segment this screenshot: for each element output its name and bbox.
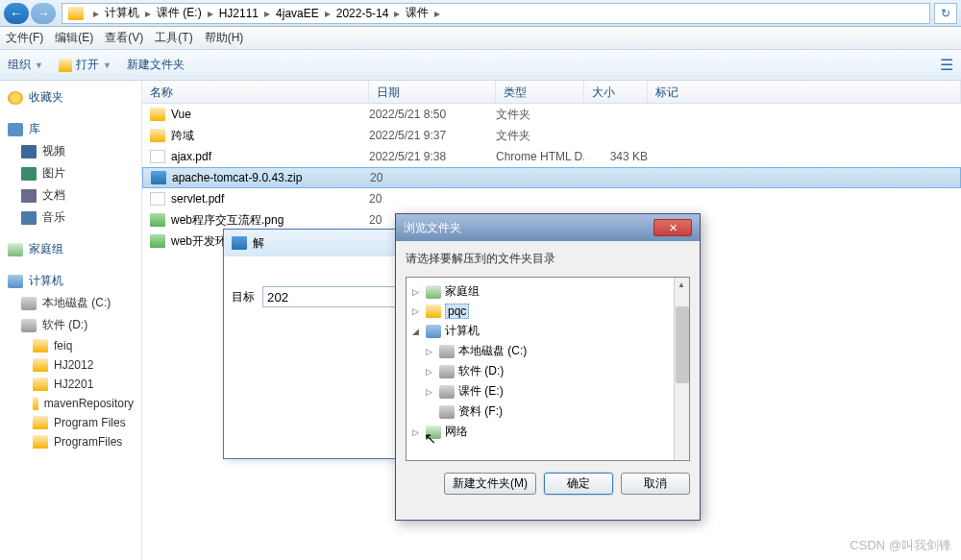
folder-icon bbox=[33, 377, 48, 391]
star-icon bbox=[8, 91, 23, 105]
sidebar-documents[interactable]: 文档 bbox=[2, 184, 139, 207]
sidebar-folder[interactable]: mavenRepository bbox=[2, 394, 139, 413]
sidebar-disk-c[interactable]: 本地磁盘 (C:) bbox=[2, 292, 139, 314]
cancel-button[interactable]: 取消 bbox=[621, 473, 690, 495]
sidebar-homegroup[interactable]: 家庭组 bbox=[2, 238, 139, 260]
library-icon bbox=[8, 123, 23, 136]
folder-icon bbox=[33, 416, 48, 429]
folder-tree[interactable]: ▷家庭组▷pqc◢计算机▷本地磁盘 (C:)▷软件 (D:)▷课件 (E:)资料… bbox=[406, 277, 690, 461]
nav-back-button[interactable]: ← bbox=[4, 3, 29, 24]
sidebar-computer[interactable]: 计算机 bbox=[2, 270, 139, 292]
user-icon bbox=[426, 304, 441, 318]
folder-icon bbox=[33, 435, 48, 449]
home-icon bbox=[426, 285, 441, 299]
disk-icon bbox=[439, 385, 455, 399]
folder-icon bbox=[68, 7, 84, 20]
file-row[interactable]: apache-tomcat-9.0.43.zip 20 bbox=[142, 167, 961, 188]
tree-item[interactable]: ▷软件 (D:) bbox=[408, 361, 687, 381]
net-icon bbox=[426, 426, 441, 439]
column-headers[interactable]: 名称 日期 类型 大小 标记 bbox=[142, 81, 961, 104]
ok-button[interactable]: 确定 bbox=[544, 473, 613, 495]
browse-prompt: 请选择要解压到的文件夹目录 bbox=[406, 251, 690, 267]
sidebar[interactable]: 收藏夹 库 视频 图片 文档 音乐 家庭组 计算机 本地磁盘 (C:) 软件 (… bbox=[0, 81, 142, 560]
tree-item[interactable]: ▷课件 (E:) bbox=[408, 381, 687, 402]
png-icon bbox=[150, 213, 165, 227]
nav-forward-button[interactable]: → bbox=[31, 3, 56, 24]
watermark: CSDN @叫我剑锋 bbox=[850, 537, 951, 554]
png-icon bbox=[150, 234, 165, 248]
file-row[interactable]: servlet.pdf 20 bbox=[142, 188, 961, 209]
picture-icon bbox=[21, 167, 37, 181]
disk-icon bbox=[21, 319, 37, 332]
disk-icon bbox=[439, 345, 455, 358]
col-size[interactable]: 大小 bbox=[584, 81, 648, 103]
menubar: 文件(F) 编辑(E) 查看(V) 工具(T) 帮助(H) bbox=[0, 27, 961, 50]
tree-item[interactable]: ▷家庭组 bbox=[408, 281, 687, 302]
tree-item[interactable]: 资料 (F:) bbox=[408, 402, 687, 422]
open-button[interactable]: 打开 ▼ bbox=[59, 57, 113, 73]
music-icon bbox=[21, 211, 37, 225]
col-tag[interactable]: 标记 bbox=[648, 81, 961, 103]
file-row[interactable]: ajax.pdf 2022/5/21 9:38 Chrome HTML D...… bbox=[142, 146, 961, 167]
folder-icon bbox=[33, 358, 48, 372]
view-options-button[interactable]: ☰ bbox=[940, 56, 953, 74]
document-icon bbox=[21, 189, 37, 203]
tree-item[interactable]: ◢计算机 bbox=[408, 321, 687, 341]
refresh-button[interactable]: ↻ bbox=[934, 3, 957, 24]
sidebar-folder[interactable]: HJ2201 bbox=[2, 375, 139, 394]
folder-icon bbox=[150, 129, 165, 142]
organize-button[interactable]: 组织 ▼ bbox=[8, 57, 45, 73]
breadcrumb[interactable]: ▸计算机 ▸课件 (E:) ▸HJ2111 ▸4javaEE ▸2022-5-1… bbox=[62, 3, 930, 24]
folder-icon bbox=[33, 397, 38, 410]
computer-icon bbox=[426, 325, 441, 338]
sidebar-folder[interactable]: Program Files bbox=[2, 413, 139, 432]
sidebar-folder[interactable]: ProgramFiles bbox=[2, 432, 139, 451]
col-date[interactable]: 日期 bbox=[369, 81, 496, 103]
tree-item[interactable]: ▷网络 bbox=[408, 422, 687, 442]
zip-icon bbox=[151, 171, 166, 184]
disk-icon bbox=[439, 405, 455, 419]
sidebar-videos[interactable]: 视频 bbox=[2, 140, 139, 162]
computer-icon bbox=[8, 275, 23, 288]
new-folder-button[interactable]: 新建文件夹 bbox=[127, 57, 185, 73]
toolbar: 组织 ▼ 打开 ▼ 新建文件夹 ☰ bbox=[0, 50, 961, 81]
pdf-icon bbox=[150, 150, 165, 163]
new-folder-button[interactable]: 新建文件夹(M) bbox=[444, 473, 536, 495]
folder-icon bbox=[150, 108, 165, 121]
browse-dialog-title: 浏览文件夹 bbox=[404, 220, 461, 236]
extract-dialog-title: 解 bbox=[253, 235, 264, 252]
menu-file[interactable]: 文件(F) bbox=[6, 30, 43, 46]
sidebar-libraries[interactable]: 库 bbox=[2, 118, 139, 140]
sidebar-favorites[interactable]: 收藏夹 bbox=[2, 86, 139, 109]
disk-icon bbox=[21, 297, 37, 310]
file-row[interactable]: Vue 2022/5/21 8:50 文件夹 bbox=[142, 104, 961, 125]
scrollbar[interactable]: ▲ bbox=[674, 278, 689, 460]
sidebar-pictures[interactable]: 图片 bbox=[2, 162, 139, 184]
zip-icon bbox=[232, 236, 247, 250]
folder-icon bbox=[33, 339, 48, 353]
disk-icon bbox=[439, 365, 455, 378]
menu-tools[interactable]: 工具(T) bbox=[155, 30, 192, 46]
col-name[interactable]: 名称 bbox=[142, 81, 369, 103]
open-icon bbox=[59, 59, 72, 72]
homegroup-icon bbox=[8, 243, 23, 256]
menu-help[interactable]: 帮助(H) bbox=[205, 30, 244, 46]
browse-folder-dialog: 浏览文件夹 ✕ 请选择要解压到的文件夹目录 ▷家庭组▷pqc◢计算机▷本地磁盘 … bbox=[395, 213, 701, 521]
titlebar: ← → ▸计算机 ▸课件 (E:) ▸HJ2111 ▸4javaEE ▸2022… bbox=[0, 0, 961, 27]
sidebar-disk-d[interactable]: 软件 (D:) bbox=[2, 314, 139, 336]
menu-view[interactable]: 查看(V) bbox=[105, 30, 143, 46]
sidebar-folder[interactable]: HJ2012 bbox=[2, 355, 139, 375]
menu-edit[interactable]: 编辑(E) bbox=[55, 30, 93, 46]
col-type[interactable]: 类型 bbox=[496, 81, 584, 103]
sidebar-folder[interactable]: feiq bbox=[2, 336, 139, 355]
tree-item[interactable]: ▷pqc bbox=[408, 302, 687, 321]
target-label: 目标 bbox=[232, 289, 255, 305]
video-icon bbox=[21, 145, 37, 158]
tree-item[interactable]: ▷本地磁盘 (C:) bbox=[408, 341, 687, 361]
close-button[interactable]: ✕ bbox=[653, 219, 692, 236]
sidebar-music[interactable]: 音乐 bbox=[2, 207, 139, 229]
pdf-icon bbox=[150, 192, 165, 206]
file-row[interactable]: 跨域 2022/5/21 9:37 文件夹 bbox=[142, 125, 961, 146]
